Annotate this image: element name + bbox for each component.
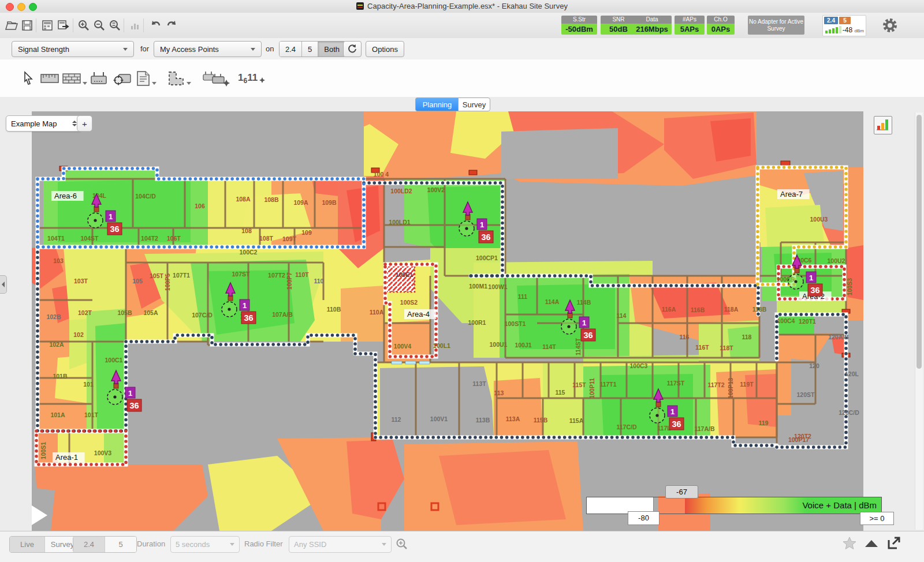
room-label: 100V4 <box>394 343 412 350</box>
band-both-button[interactable]: Both <box>318 42 345 57</box>
map-region: 104L104C/D106108A108B109A109B108109104T1… <box>0 111 924 531</box>
duration-select[interactable]: 5 seconds <box>170 536 240 553</box>
fullscreen-icon[interactable] <box>886 535 902 553</box>
zoom-area-icon[interactable] <box>396 538 408 552</box>
legend-max-value[interactable]: >= 0 <box>860 512 894 525</box>
svg-text:36: 36 <box>129 401 139 410</box>
room-label: 109B <box>322 199 337 206</box>
heatmap-canvas[interactable]: 104L104C/D106108A108B109A109B108109104T1… <box>32 111 863 531</box>
chevron-left-icon <box>2 282 5 287</box>
status-badge-data: Data216Mbps <box>632 16 672 35</box>
report-icon[interactable] <box>39 17 55 33</box>
band-2-4-button[interactable]: 2.4 <box>280 42 302 57</box>
live-signal-meter: 2.4 5 -48 dBm <box>822 15 866 36</box>
room-label: 108A <box>236 196 251 203</box>
collapse-panel-icon[interactable] <box>864 538 879 551</box>
room-label: 100P13 <box>727 378 734 399</box>
room-label: 102 <box>73 331 84 338</box>
room-label: 100V1 <box>430 415 448 422</box>
status-badge-cho: Ch.O0APs <box>707 16 735 35</box>
room-label: 102T <box>78 309 92 316</box>
map-selector[interactable]: Example Map <box>6 115 82 132</box>
live-survey-toggle: Live Survey <box>9 536 80 553</box>
export-icon[interactable] <box>55 17 72 33</box>
save-icon[interactable] <box>19 17 35 33</box>
room-label: 117T1 <box>599 381 616 388</box>
room-label: 109T <box>282 235 297 242</box>
select-tool-icon[interactable] <box>22 68 35 89</box>
favorite-star-icon[interactable] <box>842 536 857 553</box>
room-label: 103T <box>74 278 88 284</box>
redo-icon[interactable] <box>164 17 180 33</box>
on-label: on <box>266 44 274 53</box>
room-label: 100U1 <box>490 341 508 348</box>
room-label: 110A <box>370 309 384 316</box>
ssid-select[interactable]: Any SSID <box>289 536 392 553</box>
room-label: 109A <box>293 199 308 206</box>
room-label: 120ST <box>797 391 815 398</box>
svg-text:1: 1 <box>243 301 247 310</box>
room-label: 120 <box>809 362 819 369</box>
status-badge-snr: SNR50dB <box>601 16 636 35</box>
room-label: 117C/D <box>616 424 636 430</box>
svg-text:1: 1 <box>480 220 484 229</box>
tab-planning[interactable]: Planning <box>415 98 459 111</box>
gear-icon[interactable] <box>880 16 900 35</box>
room-label: 106 <box>195 203 205 209</box>
room-label: 110B <box>327 306 341 313</box>
svg-text:36: 36 <box>244 313 253 323</box>
auto-planner-tool-icon[interactable] <box>201 68 231 89</box>
visualization-select[interactable]: Signal Strength <box>12 41 134 57</box>
drawing-toolbar: 1611 <box>0 59 924 98</box>
room-label: 118 <box>742 334 752 340</box>
add-map-button[interactable]: + <box>77 115 92 132</box>
legend-lower-handle[interactable]: -80 <box>628 511 660 525</box>
room-label: 110 <box>314 278 324 284</box>
zoom-in-icon[interactable] <box>76 17 92 33</box>
note-tool-icon[interactable] <box>136 68 157 89</box>
refresh-button[interactable] <box>343 41 362 57</box>
open-file-icon[interactable] <box>3 17 20 33</box>
band-5-button[interactable]: 5 <box>302 42 318 57</box>
chart-panel-button[interactable] <box>874 116 892 134</box>
status-band-5-button[interactable]: 5 <box>105 537 136 552</box>
room-label: 100S3 <box>846 278 853 296</box>
chart-icon <box>127 17 143 33</box>
room-label: 120L <box>845 370 859 377</box>
room-label: 100CP1 <box>476 254 498 261</box>
svg-text:36: 36 <box>810 286 819 295</box>
room-label: 101 <box>83 381 94 388</box>
wall-tool-icon[interactable] <box>62 68 87 89</box>
room-label: 100P17 <box>788 436 809 443</box>
room-label: 119 <box>759 419 769 426</box>
ekahau-window: Capacity-Area-Planning-Example.esx* - Ek… <box>0 0 924 562</box>
live-button[interactable]: Live <box>10 537 45 552</box>
room-label: 100U2 <box>828 257 845 264</box>
legend-upper-handle[interactable]: -67 <box>665 485 698 499</box>
room-label: 107T2 <box>268 272 285 279</box>
sidebar-expander[interactable] <box>0 275 7 294</box>
zoom-out-icon[interactable] <box>91 17 107 33</box>
channel-planner-tool-icon[interactable]: 1611 <box>238 68 267 89</box>
room-label: 110T <box>295 271 309 278</box>
area-tool-icon[interactable] <box>167 68 191 89</box>
room-label: 114B <box>577 299 591 306</box>
vertical-scrollbar[interactable] <box>915 113 923 530</box>
room-label: 118A <box>724 306 739 313</box>
zoom-fit-icon[interactable] <box>107 17 123 33</box>
room-label: 105 <box>132 278 143 284</box>
options-button[interactable]: Options <box>366 41 404 57</box>
ap-tool-icon[interactable] <box>90 68 107 89</box>
status-band-2-4-button[interactable]: 2.4 <box>73 537 105 552</box>
scrollbar-thumb[interactable] <box>916 115 922 369</box>
tab-survey[interactable]: Survey <box>458 98 490 111</box>
svg-text:1: 1 <box>582 319 586 327</box>
duration-label: Duration <box>137 539 165 548</box>
scale-tool-icon[interactable] <box>40 68 59 89</box>
area-label: Area-1 <box>55 453 78 462</box>
room-label: 100S2 <box>400 299 418 306</box>
room-label: 100S1 <box>40 442 47 460</box>
ap-filter-select[interactable]: My Access Points <box>154 41 262 57</box>
ap-locate-tool-icon[interactable] <box>112 68 132 89</box>
undo-icon[interactable] <box>147 17 163 33</box>
